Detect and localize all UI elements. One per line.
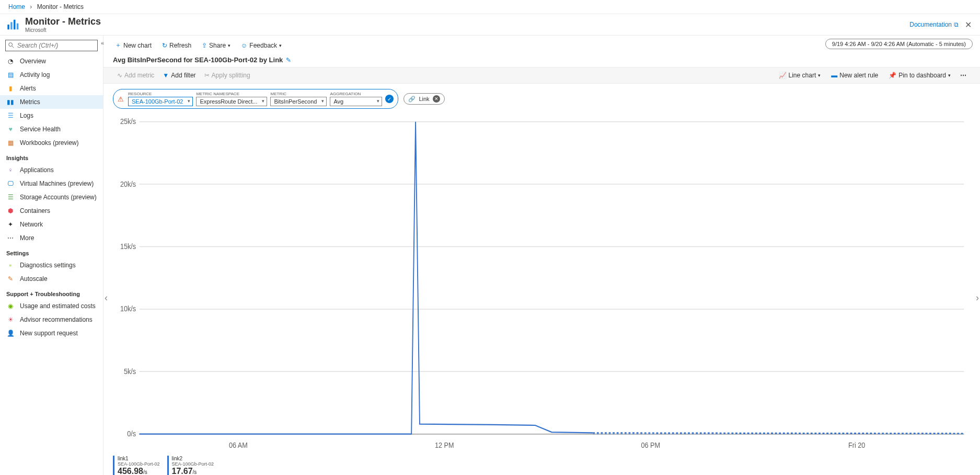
advisor-icon: ☀ [6, 316, 15, 323]
logs-icon: ☰ [6, 112, 15, 119]
sidebar-item-label: Diagnostics settings [20, 262, 76, 269]
link-filter-pill[interactable]: 🔗 Link ✕ [403, 93, 444, 105]
share-icon: ⇪ [202, 42, 207, 49]
remove-icon[interactable]: ✕ [433, 95, 440, 103]
refresh-button[interactable]: ↻Refresh [158, 40, 195, 51]
share-button[interactable]: ⇪Share ▾ [198, 40, 235, 51]
heart-icon: ♥ [6, 126, 15, 133]
legend-item-link1[interactable]: link1 SEA-100Gb-Port-02 456.98/s [113, 456, 160, 475]
sidebar-item-advisor[interactable]: ☀Advisor recommendations [0, 313, 103, 326]
sidebar-item-storage[interactable]: ☰Storage Accounts (preview) [0, 190, 103, 204]
chart-icon: ▮▮ [6, 98, 15, 106]
pin-button[interactable]: 📌Pin to dashboard ▾ [884, 70, 955, 81]
sidebar-item-more[interactable]: ⋯More [0, 231, 103, 245]
sidebar-item-activity-log[interactable]: ▤Activity log [0, 68, 103, 82]
legend-sub: SEA-100Gb-Port-02 [172, 461, 214, 467]
legend-item-link2[interactable]: link2 SEA-100Gb-Port-02 17.67/s [167, 456, 214, 475]
sidebar-item-vms[interactable]: 🖵Virtual Machines (preview) [0, 177, 103, 190]
svg-rect-0 [7, 25, 9, 29]
section-support: Support + Troubleshooting [0, 286, 103, 299]
smile-icon: ☺ [241, 42, 247, 49]
sidebar-item-logs[interactable]: ☰Logs [0, 109, 103, 122]
add-metric-button[interactable]: ∿Add metric [113, 70, 158, 81]
book-icon: ▦ [6, 139, 15, 146]
svg-rect-3 [17, 24, 19, 30]
legend-value: 456.98/s [118, 467, 160, 475]
metric-select[interactable]: BitsInPerSecond [270, 97, 327, 106]
sidebar-item-containers[interactable]: ⬢Containers [0, 204, 103, 218]
metric-label: METRIC [270, 92, 327, 96]
add-filter-button[interactable]: ▼Add filter [158, 70, 200, 81]
svg-text:5k/s: 5k/s [124, 367, 136, 376]
sidebar-item-label: Service Health [20, 126, 61, 133]
sidebar-item-usage[interactable]: ◉Usage and estimated costs [0, 299, 103, 313]
sidebar-item-alerts[interactable]: ▮Alerts [0, 82, 103, 95]
sidebar-item-network[interactable]: ✦Network [0, 218, 103, 231]
chevron-down-icon: ▾ [818, 73, 821, 78]
page-title: Monitor - Metrics [25, 16, 101, 27]
feedback-button[interactable]: ☺Feedback ▾ [237, 40, 286, 51]
sidebar: « ◔Overview ▤Activity log ▮Alerts ▮▮Metr… [0, 36, 103, 475]
apply-splitting-button[interactable]: ✂Apply splitting [200, 70, 255, 81]
cost-icon: ◉ [6, 302, 15, 310]
page-subtitle: Microsoft [25, 27, 101, 33]
sidebar-item-label: Autoscale [20, 275, 48, 282]
toolbar: ＋New chart ↻Refresh ⇪Share ▾ ☺Feedback ▾… [103, 36, 980, 55]
sidebar-item-applications[interactable]: ♀Applications [0, 163, 103, 177]
line-chart-icon: 📈 [779, 72, 787, 79]
legend-name: link1 [118, 456, 160, 461]
vm-icon: 🖵 [6, 180, 15, 187]
chevron-down-icon: ▾ [228, 43, 230, 48]
sidebar-item-diagnostics[interactable]: ▫Diagnostics settings [0, 258, 103, 272]
more-icon: ⋯ [6, 234, 15, 242]
resource-select[interactable]: SEA-100Gb-Port-02 [128, 97, 193, 106]
container-icon: ⬢ [6, 207, 15, 214]
warning-icon: ⚠ [118, 95, 124, 103]
sidebar-item-support-request[interactable]: 👤New support request [0, 326, 103, 340]
network-icon: ✦ [6, 221, 15, 228]
bulb-icon: ♀ [6, 166, 15, 174]
documentation-link[interactable]: Documentation ⧉ [909, 21, 959, 28]
alert-rule-icon: ▬ [831, 72, 837, 79]
sidebar-item-metrics[interactable]: ▮▮Metrics [0, 95, 103, 109]
svg-text:12 PM: 12 PM [435, 441, 454, 449]
chart-type-select[interactable]: 📈Line chart ▾ [775, 70, 825, 81]
chart-area: ‹ › 0/s5k/s10k/s15k/s20k/s25k/s06 AM12 P… [103, 114, 980, 475]
more-button[interactable]: ⋯ [957, 70, 971, 81]
sidebar-item-workbooks[interactable]: ▦Workbooks (preview) [0, 136, 103, 150]
search-input[interactable] [5, 40, 98, 51]
svg-point-4 [9, 43, 13, 47]
sidebar-item-service-health[interactable]: ♥Service Health [0, 122, 103, 136]
sidebar-item-label: Activity log [20, 71, 50, 78]
time-range-picker[interactable]: 9/19 4:26 AM - 9/20 4:26 AM (Automatic -… [825, 39, 973, 49]
chart-nav-left[interactable]: ‹ [105, 292, 108, 303]
search-icon [8, 42, 14, 50]
sidebar-item-overview[interactable]: ◔Overview [0, 54, 103, 68]
namespace-select[interactable]: ExpressRoute Direct... [196, 97, 267, 106]
support-icon: 👤 [6, 330, 15, 337]
svg-rect-2 [14, 20, 16, 30]
sidebar-item-label: Metrics [20, 98, 40, 106]
breadcrumb-home[interactable]: Home [8, 3, 25, 10]
sidebar-item-label: Storage Accounts (preview) [20, 194, 97, 201]
refresh-icon: ↻ [162, 42, 167, 49]
svg-line-5 [12, 46, 14, 48]
close-icon[interactable]: ✕ [965, 20, 972, 30]
alert-icon: ▮ [6, 85, 15, 92]
edit-icon[interactable]: ✎ [286, 56, 291, 64]
sidebar-item-label: Containers [20, 207, 50, 214]
sidebar-item-label: Network [20, 221, 43, 228]
aggregation-select[interactable]: Avg [330, 97, 382, 106]
log-icon: ▤ [6, 71, 15, 78]
external-link-icon: ⧉ [954, 21, 959, 28]
metric-selector: ⚠ RESOURCE SEA-100Gb-Port-02 METRIC NAME… [113, 89, 398, 109]
chart-nav-right[interactable]: › [976, 292, 979, 303]
page-header: Monitor - Metrics Microsoft Documentatio… [0, 14, 980, 36]
svg-text:06 PM: 06 PM [641, 441, 660, 449]
sidebar-item-label: Alerts [20, 85, 36, 92]
sidebar-item-autoscale[interactable]: ✎Autoscale [0, 272, 103, 286]
breadcrumb-current: Monitor - Metrics [37, 3, 84, 10]
legend: link1 SEA-100Gb-Port-02 456.98/s link2 S… [113, 453, 971, 475]
new-chart-button[interactable]: ＋New chart [111, 39, 156, 52]
new-alert-rule-button[interactable]: ▬New alert rule [827, 70, 882, 81]
